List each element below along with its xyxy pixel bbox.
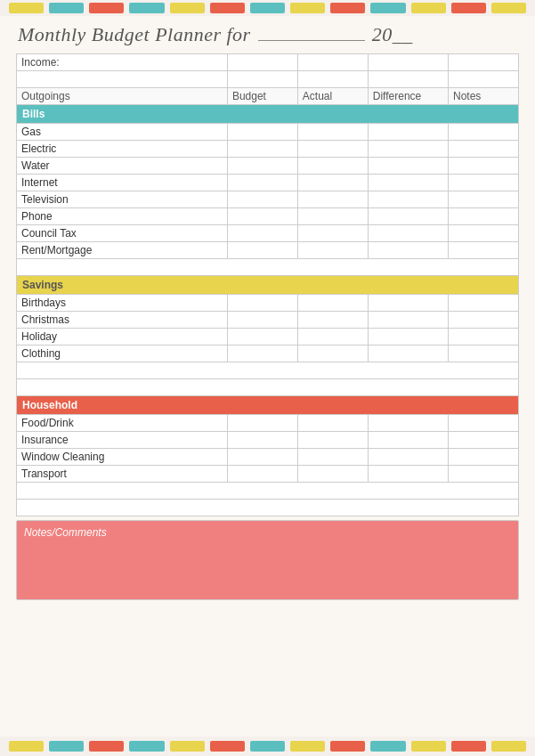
title-prefix: Monthly Budget Planner for — [18, 23, 251, 46]
col-notes: Notes — [449, 88, 519, 105]
bar-red-2 — [210, 3, 245, 13]
notes-label: Notes/Comments — [24, 526, 511, 539]
budget-table: Income: Outgoings Budget Actual Differen… — [16, 53, 519, 516]
empty-row-6 — [17, 500, 519, 516]
empty-row-3 — [17, 362, 519, 379]
row-food-drink: Food/Drink — [17, 415, 519, 432]
insurance-label: Insurance — [17, 432, 228, 449]
bot-bar-teal-1 — [49, 741, 84, 752]
bar-yellow-1 — [9, 3, 44, 13]
page: Monthly Budget Planner for 20__ Income: — [0, 0, 535, 756]
row-phone: Phone — [17, 208, 519, 225]
bot-bar-red-4 — [451, 741, 486, 752]
birthdays-label: Birthdays — [17, 295, 228, 312]
bot-bar-red-3 — [330, 741, 365, 752]
row-council-tax: Council Tax — [17, 225, 519, 242]
row-holiday: Holiday — [17, 329, 519, 345]
row-transport: Transport — [17, 466, 519, 483]
row-christmas: Christmas — [17, 312, 519, 329]
income-actual — [297, 54, 368, 71]
bottom-color-bar — [0, 736, 535, 756]
row-clothing: Clothing — [17, 345, 519, 362]
household-label: Household — [17, 396, 519, 415]
bot-bar-yellow-3 — [290, 741, 325, 752]
bot-bar-yellow-1 — [9, 741, 44, 752]
bar-teal-1 — [49, 3, 84, 13]
row-television: Television — [17, 191, 519, 208]
bot-bar-yellow-2 — [170, 741, 205, 752]
bar-yellow-4 — [411, 3, 446, 13]
water-label: Water — [17, 158, 228, 175]
row-electric: Electric — [17, 141, 519, 158]
electric-label: Electric — [17, 141, 228, 158]
row-rent-mortgage: Rent/Mortgage — [17, 242, 519, 259]
title-year: 20__ — [372, 23, 413, 46]
bills-section-header: Bills — [17, 105, 519, 124]
income-notes — [449, 54, 519, 71]
bills-label: Bills — [17, 105, 519, 124]
notes-section: Notes/Comments — [16, 520, 519, 600]
christmas-label: Christmas — [17, 312, 228, 329]
council-tax-label: Council Tax — [17, 225, 228, 242]
bar-teal-4 — [370, 3, 405, 13]
income-diff — [368, 54, 448, 71]
empty-row-2 — [17, 259, 519, 276]
empty-row-5 — [17, 483, 519, 500]
savings-label: Savings — [17, 276, 519, 295]
col-difference: Difference — [368, 88, 448, 105]
row-internet: Internet — [17, 175, 519, 191]
bar-yellow-2 — [170, 3, 205, 13]
col-budget: Budget — [227, 88, 297, 105]
col-outgoings: Outgoings — [17, 88, 228, 105]
bar-yellow-3 — [290, 3, 325, 13]
bar-red-4 — [451, 3, 486, 13]
income-budget — [227, 54, 297, 71]
empty-row-1 — [17, 71, 519, 88]
empty-row-4 — [17, 379, 519, 396]
bot-bar-red-1 — [89, 741, 124, 752]
main-content: Income: Outgoings Budget Actual Differen… — [0, 52, 535, 736]
television-label: Television — [17, 191, 228, 208]
row-water: Water — [17, 158, 519, 175]
bot-bar-red-2 — [210, 741, 245, 752]
row-gas: Gas — [17, 124, 519, 141]
column-header-row: Outgoings Budget Actual Difference Notes — [17, 88, 519, 105]
income-label: Income: — [17, 54, 228, 71]
bar-yellow-5 — [491, 3, 526, 13]
bar-red-3 — [330, 3, 365, 13]
holiday-label: Holiday — [17, 329, 228, 345]
income-row: Income: — [17, 54, 519, 71]
bar-red-1 — [89, 3, 124, 13]
bot-bar-teal-3 — [250, 741, 285, 752]
row-insurance: Insurance — [17, 432, 519, 449]
gas-label: Gas — [17, 124, 228, 141]
savings-section-header: Savings — [17, 276, 519, 295]
bar-teal-3 — [250, 3, 285, 13]
rent-mortgage-label: Rent/Mortgage — [17, 242, 228, 259]
internet-label: Internet — [17, 175, 228, 191]
food-drink-label: Food/Drink — [17, 415, 228, 432]
bar-teal-2 — [129, 3, 164, 13]
bot-bar-teal-2 — [129, 741, 164, 752]
clothing-label: Clothing — [17, 345, 228, 362]
window-cleaning-label: Window Cleaning — [17, 449, 228, 466]
top-color-bar — [0, 0, 535, 16]
bot-bar-yellow-5 — [491, 741, 526, 752]
household-section-header: Household — [17, 396, 519, 415]
phone-label: Phone — [17, 208, 228, 225]
bot-bar-teal-4 — [370, 741, 405, 752]
title-area: Monthly Budget Planner for 20__ — [0, 16, 535, 52]
title-name-line — [258, 40, 365, 41]
col-actual: Actual — [297, 88, 368, 105]
bot-bar-yellow-4 — [411, 741, 446, 752]
row-window-cleaning: Window Cleaning — [17, 449, 519, 466]
transport-label: Transport — [17, 466, 228, 483]
row-birthdays: Birthdays — [17, 295, 519, 312]
